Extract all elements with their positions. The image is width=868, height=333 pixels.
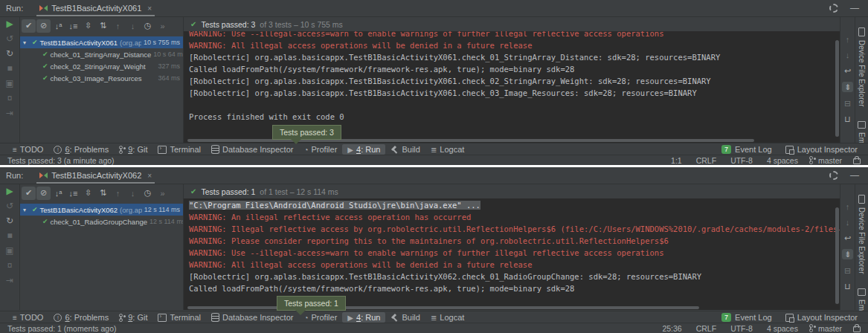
settings-icon[interactable] bbox=[829, 171, 838, 180]
console-horizontal-scrollbar[interactable] bbox=[187, 306, 699, 309]
hide-tool-window-icon[interactable]: — bbox=[850, 4, 859, 12]
next-occurrence-icon[interactable]: ↓ bbox=[126, 19, 140, 33]
close-tab-icon[interactable]: × bbox=[147, 4, 152, 13]
sort-by-duration-icon[interactable]: ↓≡ bbox=[66, 19, 80, 33]
filter-passed-icon[interactable]: ✔ bbox=[22, 19, 36, 33]
rerun-icon[interactable]: ↻ bbox=[6, 49, 13, 59]
console-vertical-scrollbar[interactable] bbox=[835, 207, 839, 304]
test-row[interactable]: ✔ check_03_Image_Resources 364 ms bbox=[20, 72, 183, 84]
print-icon[interactable]: ⊟ bbox=[844, 266, 851, 275]
event-log-button[interactable]: 7 Event Log bbox=[721, 145, 772, 154]
prev-stacktrace-icon[interactable]: ↑ bbox=[846, 35, 850, 44]
next-stacktrace-icon[interactable]: ↓ bbox=[846, 218, 850, 227]
event-log-button[interactable]: 7 Event Log bbox=[721, 313, 772, 322]
test-history-icon[interactable]: ◷ bbox=[141, 19, 155, 33]
settings-icon[interactable]: ¤ bbox=[7, 94, 13, 103]
tool-window-git[interactable]: 9: Git bbox=[114, 144, 152, 155]
status-segment[interactable]: master bbox=[809, 156, 842, 165]
clear-all-icon[interactable]: ⊔ bbox=[844, 282, 851, 291]
filter-ignored-icon[interactable]: ⊘ bbox=[36, 187, 51, 200]
next-occurrence-icon[interactable]: ↓ bbox=[126, 187, 140, 200]
exit-icon[interactable]: ⇥ bbox=[6, 109, 13, 118]
tool-window-profiler[interactable]: ◔ Profiler bbox=[298, 144, 342, 155]
tool-window-build[interactable]: Build bbox=[385, 312, 425, 323]
tool-window-problems[interactable]: ! 6: Problems bbox=[48, 312, 114, 323]
tool-window-logcat[interactable]: ≣ Logcat bbox=[425, 144, 469, 155]
test-history-icon[interactable]: ◷ bbox=[141, 187, 155, 200]
tool-window-database-inspector[interactable]: Database Inspector bbox=[206, 144, 298, 155]
run-tab[interactable]: TestB1BasicActivityX061 × bbox=[35, 0, 156, 16]
status-segment[interactable]: UTF-8 bbox=[727, 324, 753, 333]
status-segment[interactable]: UTF-8 bbox=[727, 156, 753, 165]
previous-occurrence-icon[interactable]: ↑ bbox=[111, 187, 125, 200]
soft-wrap-icon[interactable]: ↩ bbox=[844, 66, 851, 75]
expand-all-icon[interactable]: ⇳ bbox=[81, 187, 95, 200]
filter-passed-icon[interactable]: ✔ bbox=[22, 187, 36, 200]
close-tab-icon[interactable]: × bbox=[147, 172, 152, 180]
tool-window-run[interactable]: ▶ 4: Run bbox=[342, 312, 385, 323]
more-toolbar-icon[interactable]: » bbox=[155, 19, 170, 33]
tool-window-build[interactable]: Build bbox=[385, 144, 425, 155]
test-row[interactable]: ✔ check_01_StringArray_Distance 10 s 64 … bbox=[20, 48, 183, 60]
test-row[interactable]: ✔ check_01_RadioGroupChange 12 s 114 ms bbox=[20, 216, 183, 227]
stop-icon[interactable]: ■ bbox=[7, 64, 12, 74]
clear-all-icon[interactable]: ⊔ bbox=[844, 114, 851, 123]
rerun-failed-icon[interactable]: ↺ bbox=[6, 201, 13, 211]
stop-icon[interactable]: ■ bbox=[7, 231, 12, 241]
tool-window-run[interactable]: ▶ 4: Run bbox=[342, 144, 385, 155]
lock-icon[interactable] bbox=[853, 326, 861, 332]
chevron-down-icon[interactable]: ▾ bbox=[23, 39, 30, 46]
collapse-all-icon[interactable]: ⇅ bbox=[96, 187, 110, 200]
exit-icon[interactable]: ⇥ bbox=[6, 276, 13, 285]
settings-icon[interactable] bbox=[829, 4, 838, 13]
print-icon[interactable]: ⊟ bbox=[844, 99, 851, 108]
tool-window-database-inspector[interactable]: Database Inspector bbox=[206, 312, 298, 323]
run-icon[interactable]: ▶ bbox=[6, 19, 13, 29]
device-file-explorer-tab[interactable]: Device File Explorer bbox=[858, 195, 866, 274]
console-vertical-scrollbar[interactable] bbox=[835, 40, 839, 137]
status-segment[interactable]: 4 spaces bbox=[764, 156, 798, 165]
tool-window-git[interactable]: 9: Git bbox=[114, 312, 152, 323]
expand-all-icon[interactable]: ⇳ bbox=[81, 19, 95, 33]
rerun-failed-icon[interactable]: ↺ bbox=[6, 34, 13, 44]
layout-inspector-button[interactable]: Layout Inspector bbox=[785, 313, 858, 322]
console-output[interactable]: "C:\Program Files\Android\Android Studio… bbox=[184, 198, 840, 310]
sort-alphabetically-icon[interactable]: ↓ᵃ bbox=[51, 187, 65, 200]
status-segment[interactable]: 25:36 bbox=[659, 324, 681, 333]
tool-window-terminal[interactable]: Terminal bbox=[152, 312, 206, 323]
more-toolbar-icon[interactable]: » bbox=[155, 187, 170, 200]
layout-inspector-button[interactable]: Layout Inspector bbox=[785, 145, 858, 154]
status-segment[interactable]: CRLF bbox=[693, 156, 716, 165]
prev-stacktrace-icon[interactable]: ↑ bbox=[846, 202, 850, 211]
sort-by-duration-icon[interactable]: ↓≡ bbox=[66, 187, 80, 200]
device-file-explorer-tab[interactable]: Device File Explorer bbox=[858, 28, 866, 106]
rerun-icon[interactable]: ↻ bbox=[6, 216, 13, 226]
scroll-to-end-icon[interactable]: ⇟ bbox=[842, 249, 853, 259]
test-suite-row[interactable]: ▾ ✔ TestB1BasicActivityX061 (org.aplas.t… bbox=[20, 36, 183, 48]
next-stacktrace-icon[interactable]: ↓ bbox=[846, 51, 850, 59]
hide-tool-window-icon[interactable]: — bbox=[850, 172, 859, 179]
tool-window-problems[interactable]: ! 6: Problems bbox=[48, 144, 114, 155]
status-segment[interactable]: 4 spaces bbox=[764, 324, 798, 333]
collapse-all-icon[interactable]: ⇅ bbox=[96, 19, 110, 33]
screenshot-icon[interactable]: ▣ bbox=[5, 246, 13, 256]
tool-window-todo[interactable]: ≡ TODO bbox=[7, 144, 48, 155]
previous-occurrence-icon[interactable]: ↑ bbox=[111, 19, 125, 33]
run-icon[interactable]: ▶ bbox=[6, 187, 13, 196]
tool-window-logcat[interactable]: ≣ Logcat bbox=[425, 312, 469, 323]
soft-wrap-icon[interactable]: ↩ bbox=[844, 233, 851, 242]
test-row[interactable]: ✔ check_02_StringArray_Weight 327 ms bbox=[20, 60, 183, 72]
filter-ignored-icon[interactable]: ⊘ bbox=[36, 19, 51, 33]
chevron-down-icon[interactable]: ▾ bbox=[23, 207, 30, 213]
run-tab[interactable]: TestB1BasicActivityX062 × bbox=[35, 167, 156, 184]
status-segment[interactable]: 1:1 bbox=[668, 156, 682, 165]
test-suite-row[interactable]: ▾ ✔ TestB1BasicActivityX062 (org.aplas.t… bbox=[20, 204, 183, 216]
status-segment[interactable]: CRLF bbox=[693, 324, 716, 333]
settings-icon[interactable]: ¤ bbox=[7, 261, 13, 271]
scroll-to-end-icon[interactable]: ⇟ bbox=[842, 82, 853, 92]
screenshot-icon[interactable]: ▣ bbox=[5, 79, 13, 88]
lock-icon[interactable] bbox=[853, 158, 861, 164]
sort-alphabetically-icon[interactable]: ↓ᵃ bbox=[51, 19, 65, 33]
tool-window-todo[interactable]: ≡ TODO bbox=[7, 312, 48, 323]
tool-window-terminal[interactable]: Terminal bbox=[152, 144, 206, 155]
